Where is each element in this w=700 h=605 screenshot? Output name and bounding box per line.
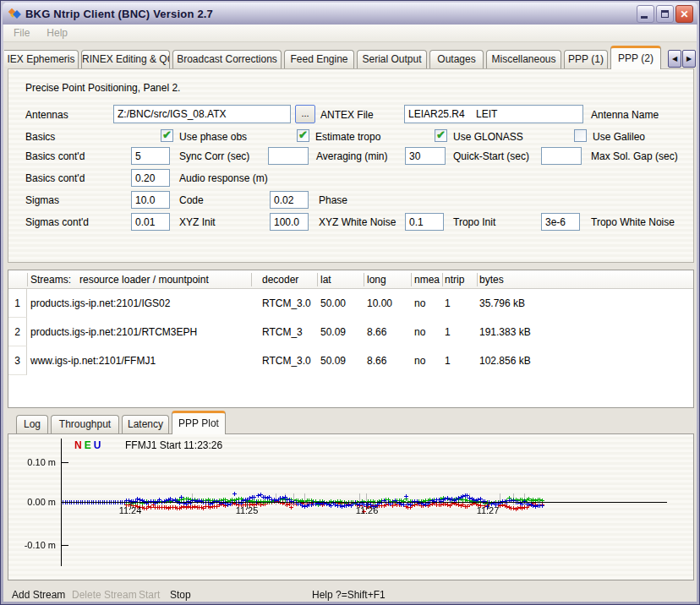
tropo-init-label: Tropo Init	[453, 216, 495, 228]
app-icon	[8, 7, 21, 20]
xyz-white-noise-label: XYZ White Noise	[319, 216, 396, 228]
cell-ntrip: 1	[445, 326, 451, 338]
y-tick-mark	[62, 462, 68, 463]
table-row[interactable]: 2 products.igs-ip.net:2101/RTCM3EPH RTCM…	[8, 318, 693, 346]
cell-nmea: no	[414, 326, 425, 338]
sync-corr-input[interactable]	[131, 147, 170, 165]
close-button[interactable]: ✕	[675, 5, 693, 23]
panel-title: Precise Point Positioning, Panel 2.	[25, 82, 180, 94]
tropo-init-input[interactable]	[405, 213, 444, 231]
cell-long: 10.00	[367, 297, 392, 309]
quick-start-input[interactable]	[405, 147, 446, 165]
col-header-ntrip[interactable]: ntrip	[445, 274, 464, 286]
col-header-bytes[interactable]: bytes	[479, 274, 504, 286]
table-row[interactable]: 3 www.igs-ip.net:2101/FFMJ1 RTCM_3.0 50.…	[8, 346, 693, 375]
col-header-long[interactable]: long	[367, 274, 386, 286]
menu-item-file[interactable]: File	[14, 27, 30, 39]
cell-mountpoint: products.igs-ip.net:2101/IGS02	[30, 297, 170, 309]
window-title: BKG Ntrip Client (BNC) Version 2.7	[25, 8, 213, 20]
plot-title: FFMJ1 Start 11:23:26	[125, 439, 222, 451]
xyz-init-label: XYZ Init	[179, 216, 216, 228]
plot-legend: N E U	[74, 439, 101, 451]
cell-nmea: no	[414, 297, 425, 309]
legend-east: E	[85, 439, 91, 451]
use-phase-obs-label: Use phase obs	[179, 131, 247, 143]
sigma-code-input[interactable]	[131, 191, 170, 209]
tab-rinex-editing-qc[interactable]: RINEX Editing & QC	[81, 50, 170, 68]
estimate-tropo-label: Estimate tropo	[315, 131, 380, 143]
averaging-input[interactable]	[268, 147, 309, 165]
ytick-label-000: 0.00 m	[12, 497, 56, 507]
basics-contd2-label: Basics cont'd	[25, 172, 85, 184]
xtick-label-1127: 11:27	[471, 505, 505, 515]
tab-ppp-plot[interactable]: PPP Plot	[172, 411, 226, 434]
tab-broadcast-corrections[interactable]: Broadcast Corrections	[172, 50, 282, 68]
tab-throughput[interactable]: Throughput	[51, 415, 119, 433]
titlebar[interactable]: BKG Ntrip Client (BNC) Version 2.7 ✕	[3, 3, 697, 25]
tab-latency[interactable]: Latency	[122, 415, 169, 433]
audio-response-label: Audio response (m)	[179, 172, 268, 184]
checkbox-estimate-tropo[interactable]	[297, 129, 309, 142]
checkbox-use-phase-obs[interactable]	[161, 129, 173, 142]
use-glonass-label: Use GLONASS	[453, 131, 523, 143]
xyz-white-noise-input[interactable]	[270, 213, 309, 231]
cell-long: 8.66	[367, 355, 386, 367]
cell-mountpoint: products.igs-ip.net:2101/RTCM3EPH	[30, 326, 197, 338]
cell-bytes: 102.856 kB	[479, 355, 531, 367]
main-tab-strip: IEX Ephemeris RINEX Editing & QC Broadca…	[4, 45, 696, 68]
tab-scroll-left-button[interactable]: ◀	[668, 50, 681, 68]
tab-log[interactable]: Log	[16, 415, 48, 433]
antenna-name-label: Antenna Name	[591, 109, 659, 121]
tab-ppp-2[interactable]: PPP (2)	[610, 46, 661, 69]
xyz-init-input[interactable]	[131, 213, 170, 231]
tropo-white-noise-input[interactable]	[541, 213, 580, 231]
ppp-plot-panel: 0.10 m 0.00 m -0.10 m 11:24 11:25 11:26 …	[8, 433, 694, 580]
checkbox-use-galileo[interactable]	[574, 129, 587, 142]
tab-miscellaneous[interactable]: Miscellaneous	[486, 50, 561, 68]
minimize-button[interactable]	[637, 5, 654, 23]
tab-feed-engine[interactable]: Feed Engine	[284, 50, 354, 68]
add-stream-button[interactable]: Add Stream	[12, 589, 65, 601]
col-header-nmea[interactable]: nmea	[414, 274, 440, 286]
ytick-label-n010: -0.10 m	[12, 540, 56, 550]
use-galileo-label: Use Galileo	[593, 131, 645, 143]
help-hint: Help ?=Shift+F1	[312, 589, 386, 601]
checkbox-use-glonass[interactable]	[435, 129, 447, 142]
menu-item-help[interactable]: Help	[46, 27, 68, 39]
tab-scroll-right-button[interactable]: ▶	[682, 50, 696, 68]
antennas-label: Antennas	[25, 109, 68, 121]
maximize-button[interactable]	[656, 5, 674, 23]
max-sol-gap-label: Max Sol. Gap (sec)	[591, 150, 678, 162]
cell-bytes: 191.383 kB	[479, 326, 531, 338]
antenna-name-input[interactable]	[404, 105, 583, 123]
averaging-label: Averaging (min)	[316, 150, 387, 162]
cell-long: 8.66	[367, 326, 386, 338]
col-header-mountpoint[interactable]: Streams: resource loader / mountpoint	[30, 274, 209, 286]
tropo-white-noise-label: Tropo White Noise	[591, 216, 675, 228]
stop-button[interactable]: Stop	[170, 589, 191, 601]
audio-response-input[interactable]	[131, 169, 170, 187]
sigma-code-label: Code	[179, 194, 204, 206]
xtick-label-1126: 11:26	[350, 505, 384, 515]
sigma-phase-label: Phase	[319, 194, 347, 206]
basics-contd1-label: Basics cont'd	[25, 150, 85, 162]
bottom-tab-strip: Log Throughput Latency PPP Plot	[16, 412, 226, 433]
col-header-decoder[interactable]: decoder	[262, 274, 298, 286]
cell-lat: 50.00	[320, 297, 346, 309]
cell-nmea: no	[414, 355, 425, 367]
sigma-phase-input[interactable]	[270, 191, 309, 209]
browse-button[interactable]: ...	[295, 105, 315, 123]
tab-ppp-1[interactable]: PPP (1)	[564, 50, 608, 68]
tab-outages[interactable]: Outages	[429, 50, 484, 68]
table-row[interactable]: 1 products.igs-ip.net:2101/IGS02 RTCM_3.…	[8, 289, 693, 318]
cell-decoder: RTCM_3	[262, 326, 303, 338]
cell-bytes: 35.796 kB	[479, 297, 525, 309]
antex-file-input[interactable]	[113, 105, 291, 123]
max-sol-gap-input[interactable]	[541, 147, 582, 165]
streams-table-header: Streams: resource loader / mountpoint de…	[8, 270, 693, 289]
col-header-lat[interactable]: lat	[320, 274, 331, 286]
minimize-icon	[641, 16, 648, 19]
cell-decoder: RTCM_3.0	[262, 297, 311, 309]
tab-serial-output[interactable]: Serial Output	[357, 50, 427, 68]
tab-rinex-ephemeris[interactable]: IEX Ephemeris	[4, 50, 79, 68]
